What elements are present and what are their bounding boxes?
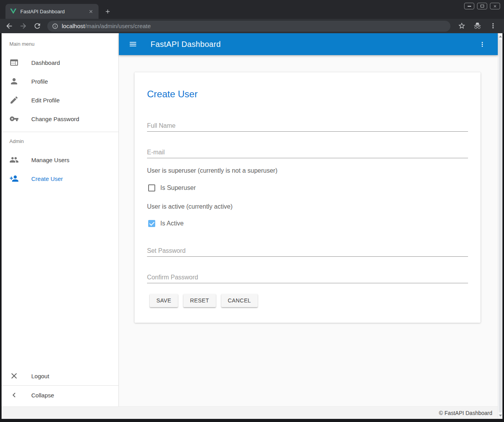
main-menu-list: Dashboard Profile Edit Profile Change Pa… (2, 53, 118, 128)
url-path: /main/admin/users/create (85, 23, 151, 29)
hamburger-menu-icon[interactable] (128, 39, 138, 49)
browser-titlebar: FastAPI Dashboard (0, 0, 504, 19)
page-footer: © FastAPI Dashboard (2, 406, 498, 419)
people-icon (9, 155, 19, 165)
appbar-kebab-icon[interactable] (477, 39, 487, 49)
pencil-icon (9, 95, 19, 105)
vue-favicon (10, 8, 16, 14)
is-active-checkbox-row[interactable]: Is Active (147, 219, 468, 228)
is-superuser-checkbox[interactable] (148, 184, 155, 191)
sidebar-item-label: Collapse (31, 392, 54, 399)
main-area: Create User User is superuser (currently… (119, 55, 498, 406)
scroll-up-icon[interactable] (499, 36, 502, 38)
tab-title: FastAPI Dashboard (20, 9, 88, 14)
superuser-hint: User is superuser (currently is not a su… (147, 166, 468, 175)
sidebar-item-label: Logout (31, 373, 49, 379)
full-name-field[interactable] (147, 120, 468, 132)
browser-tab[interactable]: FastAPI Dashboard (5, 4, 99, 19)
sidebar-item-label: Edit Profile (31, 97, 60, 104)
close-icon (493, 4, 497, 8)
back-icon[interactable] (5, 22, 13, 30)
confirm-password-field[interactable] (147, 272, 468, 283)
bookmark-star-icon[interactable] (458, 22, 466, 30)
close-x-icon (9, 371, 19, 381)
scroll-down-icon[interactable] (499, 415, 502, 417)
vertical-scrollbar[interactable] (498, 33, 502, 419)
minimize-icon (468, 6, 471, 7)
incognito-icon (474, 22, 482, 30)
tab-close-icon[interactable] (88, 8, 94, 14)
sidebar-item-label: Change Password (31, 116, 79, 122)
is-superuser-label[interactable]: Is Superuser (160, 184, 196, 191)
sidebar-item-collapse[interactable]: Collapse (2, 386, 118, 404)
sidebar-bottom: Logout Collapse (2, 367, 118, 404)
sidebar-item-logout[interactable]: Logout (2, 367, 118, 385)
save-button[interactable]: SAVE (150, 294, 178, 307)
sidebar-item-create-user[interactable]: Create User (2, 169, 118, 188)
person-icon (9, 77, 19, 86)
toolbar-actions (456, 22, 499, 30)
browser-toolbar: localhost/main/admin/users/create (0, 19, 504, 33)
sidebar-item-label: Manage Users (31, 157, 70, 163)
sidebar-divider (2, 132, 118, 132)
sidebar-section-main-menu: Main menu (9, 39, 118, 49)
sidebar-section-admin: Admin (9, 137, 118, 146)
key-icon (9, 114, 19, 123)
is-active-label[interactable]: Is Active (160, 220, 184, 227)
web-icon (9, 58, 19, 67)
maximize-icon (481, 5, 484, 7)
reset-button[interactable]: RESET (183, 294, 216, 307)
sidebar-item-dashboard[interactable]: Dashboard (2, 53, 118, 72)
close-button[interactable] (490, 3, 500, 9)
form-actions: SAVE RESET CANCEL (147, 294, 468, 307)
sidebar-item-profile[interactable]: Profile (2, 72, 118, 91)
sidebar-item-label: Dashboard (31, 59, 60, 66)
sidebar-item-change-password[interactable]: Change Password (2, 109, 118, 128)
reload-icon[interactable] (33, 22, 41, 30)
is-superuser-checkbox-row[interactable]: Is Superuser (147, 183, 468, 193)
set-password-field[interactable] (147, 245, 468, 257)
address-bar[interactable]: localhost/main/admin/users/create (47, 21, 450, 32)
scrollbar-thumb[interactable] (499, 39, 502, 413)
cancel-button[interactable]: CANCEL (221, 294, 258, 307)
appbar: FastAPI Dashboard (119, 33, 498, 55)
sidebar-item-label: Create User (31, 175, 63, 182)
new-tab-button[interactable] (102, 6, 113, 17)
person-add-icon (9, 174, 19, 183)
copyright-text: © FastAPI Dashboard (439, 410, 492, 416)
is-active-checkbox[interactable] (148, 220, 155, 227)
admin-menu-list: Manage Users Create User (2, 150, 118, 188)
browser-menu-kebab-icon[interactable] (489, 22, 497, 30)
sidebar-item-manage-users[interactable]: Manage Users (2, 150, 118, 169)
page-title: Create User (147, 88, 468, 100)
appbar-title: FastAPI Dashboard (151, 40, 221, 49)
sidebar-item-edit-profile[interactable]: Edit Profile (2, 91, 118, 109)
sidebar-item-label: Profile (31, 78, 48, 85)
minimize-button[interactable] (464, 3, 474, 9)
email-field[interactable] (147, 147, 468, 158)
maximize-button[interactable] (477, 3, 487, 9)
active-hint: User is active (currently active) (147, 202, 468, 211)
page-content: Main menu Dashboard Profile Edit Profile… (2, 33, 502, 419)
info-icon[interactable] (52, 23, 58, 29)
forward-icon[interactable] (19, 22, 27, 30)
url-host: localhost (62, 23, 85, 29)
create-user-card: Create User User is superuser (currently… (135, 72, 481, 323)
window-controls (464, 3, 500, 9)
url-text: localhost/main/admin/users/create (62, 23, 151, 29)
sidebar: Main menu Dashboard Profile Edit Profile… (2, 33, 119, 406)
chevron-left-icon (9, 390, 19, 400)
